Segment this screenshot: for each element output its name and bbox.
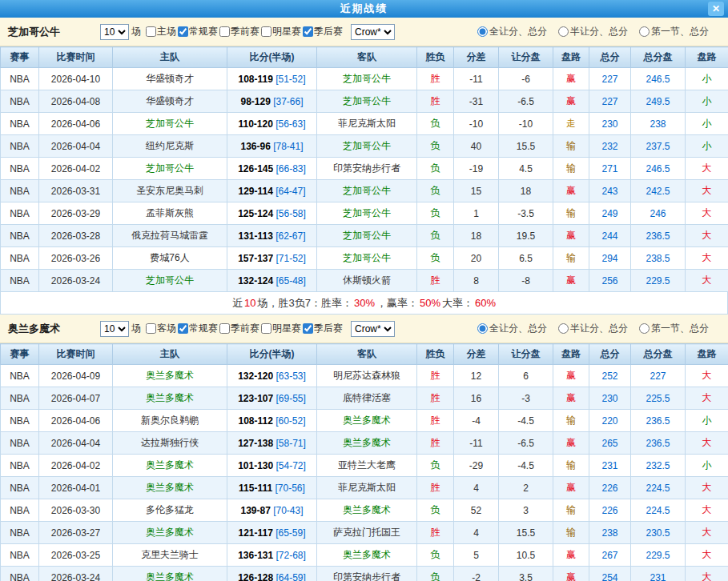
away-team-cell: 芝加哥公牛 <box>317 135 417 158</box>
league-cell: NBA <box>1 387 39 410</box>
home-team-cell: 新奥尔良鹈鹕 <box>113 410 227 432</box>
line-type-radio-input[interactable] <box>477 26 488 37</box>
point-diff-cell: -11 <box>454 68 499 90</box>
score-cell: 125-124 [56-58] <box>227 202 317 225</box>
handicap-result-cell: 输 <box>553 499 589 522</box>
away-checkbox[interactable] <box>146 323 156 334</box>
filter-allstar[interactable]: 明星赛 <box>261 322 301 335</box>
regular-checkbox[interactable] <box>178 323 188 334</box>
total-line-cell: 236.5 <box>631 410 686 432</box>
filter-preseason[interactable]: 季前赛 <box>219 25 259 38</box>
away-team-cell: 芝加哥公牛 <box>317 247 417 270</box>
final-score: 129-114 <box>238 186 272 197</box>
score-cell: 127-138 [58-71] <box>227 432 317 455</box>
line-type-radio-input[interactable] <box>558 26 569 37</box>
line-type-radio-input[interactable] <box>639 26 650 37</box>
score-cell: 139-87 [70-43] <box>227 499 317 522</box>
line-type-radio-input[interactable] <box>558 323 569 334</box>
line-type-radios: 全让分、总分半让分、总分第一节、总分 <box>466 25 720 38</box>
regular-checkbox[interactable] <box>178 26 188 37</box>
away-team-cell: 芝加哥公牛 <box>317 180 417 202</box>
summary-segment: ，赢率： <box>376 296 418 311</box>
handicap-result-cell: 输 <box>553 247 589 270</box>
line-type-radio-2[interactable]: 第一节、总分 <box>639 322 709 335</box>
home-checkbox[interactable] <box>146 26 156 37</box>
column-header: 让分盘 <box>499 47 553 68</box>
handicap-result-cell: 输 <box>553 135 589 158</box>
filter-playoffs[interactable]: 季后赛 <box>303 25 343 38</box>
handicap-line-cell: -4.5 <box>499 455 553 477</box>
filter-home[interactable]: 主场 <box>146 25 176 38</box>
total-line-cell: 236.5 <box>631 225 686 247</box>
playoffs-checkbox[interactable] <box>303 323 313 334</box>
line-type-radio-input[interactable] <box>639 323 650 334</box>
point-diff-cell: -31 <box>454 90 499 113</box>
home-team-cell: 华盛顿奇才 <box>113 68 227 90</box>
line-type-radio-1[interactable]: 半让分、总分 <box>558 25 628 38</box>
total-points-cell: 238 <box>589 522 631 544</box>
bookmaker-select[interactable]: Crow* <box>351 24 395 40</box>
column-header: 胜负 <box>417 47 454 68</box>
line-type-radio-1[interactable]: 半让分、总分 <box>558 322 628 335</box>
allstar-checkbox[interactable] <box>261 323 271 334</box>
column-header: 让分盘 <box>499 344 553 365</box>
line-type-radio-input[interactable] <box>477 323 488 334</box>
filter-away[interactable]: 客场 <box>146 322 176 335</box>
line-type-radio-0[interactable]: 全让分、总分 <box>477 25 547 38</box>
column-header: 比分(半场) <box>227 344 317 365</box>
filter-preseason[interactable]: 季前赛 <box>219 322 259 335</box>
games-count-select[interactable]: 10 <box>100 321 129 337</box>
away-team-cell: 芝加哥公牛 <box>317 68 417 90</box>
allstar-checkbox[interactable] <box>261 26 271 37</box>
away-team-cell: 明尼苏达森林狼 <box>317 365 417 387</box>
total-line-cell: 227 <box>631 365 686 387</box>
handicap-line-cell: -3 <box>499 387 553 410</box>
home-team-cell: 芝加哥公牛 <box>113 158 227 180</box>
handicap-line-cell: -3.5 <box>499 202 553 225</box>
line-type-radio-2[interactable]: 第一节、总分 <box>639 25 709 38</box>
date-cell: 2026-03-30 <box>39 499 113 522</box>
away-team-cell: 亚特兰大老鹰 <box>317 455 417 477</box>
half-score: [70-56] <box>276 483 305 494</box>
point-diff-cell: -29 <box>454 455 499 477</box>
line-type-radio-0[interactable]: 全让分、总分 <box>477 322 547 335</box>
half-score: [56-58] <box>276 208 306 219</box>
preseason-checkbox[interactable] <box>219 26 230 37</box>
date-cell: 2026-03-29 <box>39 202 113 225</box>
result-cell: 胜 <box>417 432 454 455</box>
filter-regular[interactable]: 常规赛 <box>178 322 218 335</box>
filter-playoffs[interactable]: 季后赛 <box>303 322 343 335</box>
total-points-cell: 294 <box>589 247 631 270</box>
playoffs-checkbox[interactable] <box>303 26 313 37</box>
preseason-checkbox[interactable] <box>219 323 230 334</box>
point-diff-cell: -2 <box>454 567 499 581</box>
summary-segment: 30% <box>354 297 375 309</box>
result-cell: 胜 <box>417 410 454 432</box>
point-diff-cell: 5 <box>454 544 499 567</box>
half-score: [63-53] <box>276 371 306 382</box>
total-line-cell: 229.5 <box>631 270 686 292</box>
score-cell: 98-129 [37-66] <box>227 90 317 113</box>
score-cell: 131-113 [62-67] <box>227 225 317 247</box>
home-team-cell: 孟菲斯灰熊 <box>113 202 227 225</box>
handicap-result-cell: 赢 <box>553 90 589 113</box>
league-cell: NBA <box>1 365 39 387</box>
table-body: NBA2026-04-09奥兰多魔术132-120 [63-53]明尼苏达森林狼… <box>1 365 728 581</box>
away-team-cell: 奥兰多魔术 <box>317 410 417 432</box>
close-button[interactable]: ✕ <box>708 2 724 16</box>
home-team-cell: 圣安东尼奥马刺 <box>113 180 227 202</box>
result-cell: 胜 <box>417 477 454 499</box>
bookmaker-select[interactable]: Crow* <box>351 321 395 337</box>
table-body: NBA2026-04-10华盛顿奇才108-119 [51-52]芝加哥公牛胜-… <box>1 68 728 292</box>
result-cell: 负 <box>417 499 454 522</box>
half-score: [62-67] <box>276 230 305 242</box>
final-score: 115-111 <box>239 483 272 494</box>
filter-allstar[interactable]: 明星赛 <box>261 25 301 38</box>
home-team-cell: 克里夫兰骑士 <box>113 544 227 567</box>
filter-checkboxes: 客场常规赛季前赛明星赛季后赛 <box>146 322 344 335</box>
filter-regular[interactable]: 常规赛 <box>178 25 218 38</box>
half-score: [69-55] <box>276 393 306 404</box>
line-type-radios: 全让分、总分半让分、总分第一节、总分 <box>466 322 720 335</box>
games-count-select[interactable]: 10 <box>100 24 129 40</box>
column-header: 赛事 <box>1 47 39 68</box>
